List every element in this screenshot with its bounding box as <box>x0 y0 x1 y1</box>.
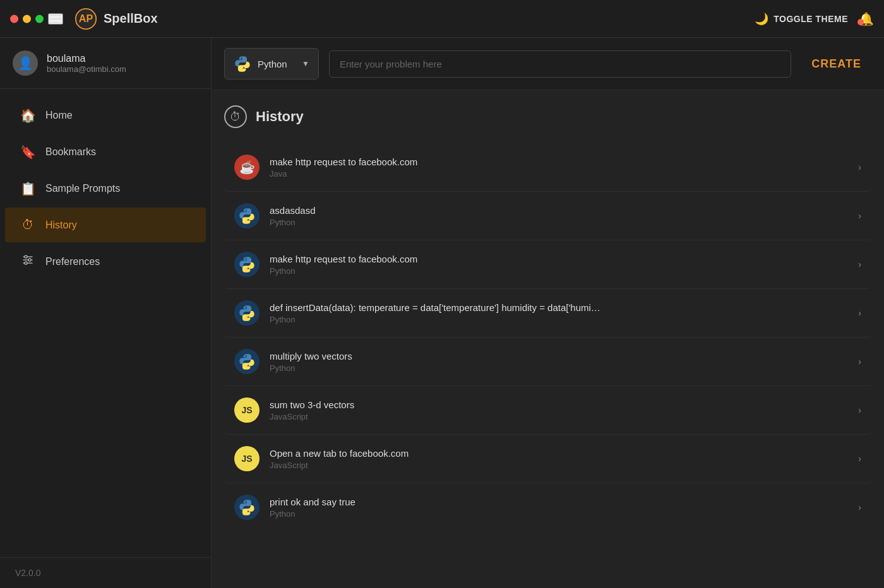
python-logo-icon <box>234 55 251 73</box>
sidebar-item-label: Home <box>45 110 73 121</box>
list-item[interactable]: multiply two vectors Python › <box>224 338 871 386</box>
list-item[interactable]: JS Open a new tab to facebook.com JavaSc… <box>224 435 871 483</box>
history-item-title: print ok and say true <box>270 497 848 507</box>
svg-point-5 <box>25 256 27 258</box>
selected-language: Python <box>258 59 296 69</box>
sidebar-item-home[interactable]: 🏠 Home <box>5 98 206 133</box>
list-item[interactable]: print ok and say true Python › <box>224 483 871 531</box>
topbar: AP SpellBox 🌙 TOGGLE THEME 🔔 <box>0 0 884 38</box>
python-badge-icon <box>234 252 260 277</box>
list-item[interactable]: asdasdasd Python › <box>224 192 871 240</box>
history-item-info: sum two 3-d vectors JavaScript <box>270 399 848 421</box>
chevron-right-icon: › <box>858 211 861 221</box>
prompts-icon: 📋 <box>20 181 35 196</box>
svg-point-7 <box>25 262 27 264</box>
history-item-info: print ok and say true Python <box>270 497 848 519</box>
preferences-icon <box>20 254 35 269</box>
user-info: boulama boulama@otimbi.com <box>47 53 126 74</box>
history-item-title: asdasdasd <box>270 205 848 216</box>
history-item-lang: Python <box>270 315 848 324</box>
create-button[interactable]: CREATE <box>801 51 871 77</box>
history-item-info: Open a new tab to facebook.com JavaScrip… <box>270 448 848 470</box>
language-selector[interactable]: Python ▼ <box>224 48 319 79</box>
sidebar-item-preferences[interactable]: Preferences <box>5 244 206 279</box>
java-badge-icon: ☕ <box>234 155 260 180</box>
user-section: 👤 boulama boulama@otimbi.com <box>0 38 211 89</box>
toggle-theme-button[interactable]: 🌙 TOGGLE THEME <box>755 12 848 26</box>
user-email: boulama@otimbi.com <box>47 64 126 74</box>
history-list: ☕ make http request to facebook.com Java… <box>224 143 871 531</box>
home-icon: 🏠 <box>20 108 35 123</box>
history-item-title: Open a new tab to facebook.com <box>270 448 848 459</box>
moon-icon: 🌙 <box>755 12 769 26</box>
sidebar-item-label: History <box>45 220 77 231</box>
list-item[interactable]: ☕ make http request to facebook.com Java… <box>224 143 871 192</box>
history-item-title: make http request to facebook.com <box>270 254 848 264</box>
history-item-info: make http request to facebook.com Java <box>270 156 848 179</box>
history-item-info: multiply two vectors Python <box>270 351 848 373</box>
version-label: V2.0.0 <box>0 557 211 588</box>
chevron-down-icon: ▼ <box>302 59 309 68</box>
history-item-lang: JavaScript <box>270 461 848 470</box>
minimize-button[interactable] <box>23 15 31 23</box>
notification-container: 🔔 <box>858 11 874 26</box>
sidebar: 👤 boulama boulama@otimbi.com 🏠 Home 🔖 Bo… <box>0 38 212 588</box>
chevron-right-icon: › <box>858 162 861 172</box>
js-badge-icon: JS <box>234 446 260 471</box>
bookmark-icon: 🔖 <box>20 144 35 160</box>
history-item-title: def insertData(data): temperature = data… <box>270 302 848 313</box>
history-item-info: asdasdasd Python <box>270 205 848 227</box>
history-item-title: multiply two vectors <box>270 351 848 362</box>
history-icon: ⏱ <box>20 218 35 232</box>
chevron-right-icon: › <box>858 259 861 269</box>
topbar-right: 🌙 TOGGLE THEME 🔔 <box>755 11 874 26</box>
user-name: boulama <box>47 53 126 64</box>
toggle-theme-label: TOGGLE THEME <box>774 14 848 24</box>
traffic-lights <box>10 15 44 23</box>
list-item[interactable]: make http request to facebook.com Python… <box>224 240 871 289</box>
chevron-right-icon: › <box>858 502 861 512</box>
python-badge-icon <box>234 203 260 228</box>
main-layout: 👤 boulama boulama@otimbi.com 🏠 Home 🔖 Bo… <box>0 38 884 588</box>
maximize-button[interactable] <box>35 15 44 23</box>
chevron-right-icon: › <box>858 454 861 464</box>
toolbar: Python ▼ CREATE <box>212 38 884 90</box>
sidebar-item-history[interactable]: ⏱ History <box>5 208 206 242</box>
history-item-info: make http request to facebook.com Python <box>270 254 848 276</box>
notification-dot <box>857 19 864 25</box>
js-badge-icon: JS <box>234 397 260 423</box>
sidebar-item-sample-prompts[interactable]: 📋 Sample Prompts <box>5 171 206 206</box>
close-button[interactable] <box>10 15 18 23</box>
list-item[interactable]: JS sum two 3-d vectors JavaScript › <box>224 386 871 435</box>
avatar: 👤 <box>13 50 38 76</box>
sidebar-item-label: Preferences <box>45 256 100 268</box>
nav-items: 🏠 Home 🔖 Bookmarks 📋 Sample Prompts ⏱ Hi… <box>0 89 211 557</box>
history-item-lang: Python <box>270 266 848 276</box>
history-item-title: sum two 3-d vectors <box>270 399 848 410</box>
history-clock-icon: ⏱ <box>224 105 247 128</box>
sidebar-item-label: Bookmarks <box>45 146 96 158</box>
menu-button[interactable] <box>48 13 63 25</box>
chevron-right-icon: › <box>858 308 861 318</box>
history-item-lang: JavaScript <box>270 412 848 421</box>
problem-input[interactable] <box>329 50 791 78</box>
sidebar-item-label: Sample Prompts <box>45 183 120 194</box>
avatar-icon: 👤 <box>18 56 33 71</box>
history-item-info: def insertData(data): temperature = data… <box>270 302 848 324</box>
app-name: SpellBox <box>104 11 158 26</box>
logo-area: AP SpellBox <box>48 8 158 30</box>
history-panel: ⏱ History ☕ make http request to faceboo… <box>212 90 884 588</box>
history-item-lang: Java <box>270 169 848 179</box>
svg-point-6 <box>28 259 31 261</box>
history-header: ⏱ History <box>224 105 871 128</box>
svg-text:AP: AP <box>79 13 93 24</box>
app-logo-icon: AP <box>75 8 97 30</box>
list-item[interactable]: def insertData(data): temperature = data… <box>224 289 871 338</box>
sidebar-item-bookmarks[interactable]: 🔖 Bookmarks <box>5 134 206 170</box>
history-title: History <box>256 109 304 125</box>
history-item-lang: Python <box>270 509 848 519</box>
chevron-right-icon: › <box>858 405 861 415</box>
python-badge-icon <box>234 349 260 374</box>
content-area: Python ▼ CREATE ⏱ History ☕ make http re… <box>212 38 884 588</box>
history-item-lang: Python <box>270 218 848 227</box>
